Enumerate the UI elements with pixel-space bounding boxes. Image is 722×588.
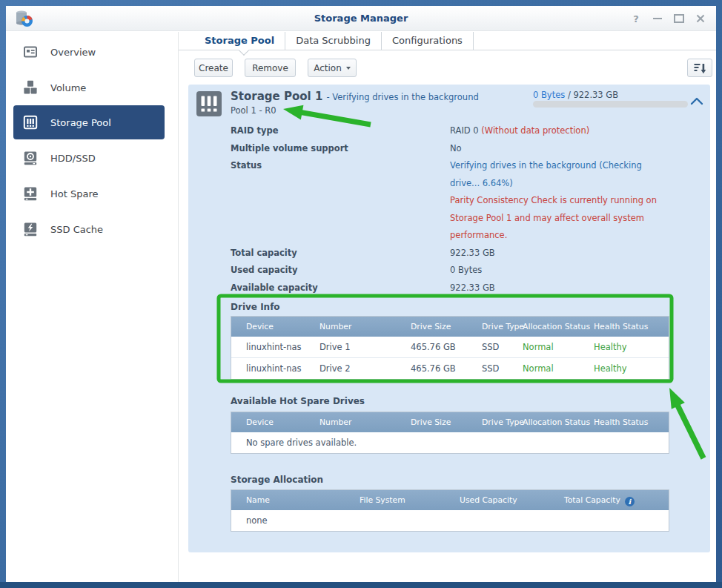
sidebar-item-label: Storage Pool	[50, 117, 111, 128]
sidebar-item-label: SSD Cache	[50, 224, 103, 235]
storage-manager-window: Storage Manager ? Overview Volume	[6, 6, 716, 582]
table-row[interactable]: linuxhint-nasDrive 2465.76 GBSSDNormalHe…	[231, 357, 669, 379]
close-icon[interactable]	[695, 13, 706, 24]
hdd-icon	[22, 150, 39, 166]
pool-usage: 0 Bytes / 922.33 GB	[533, 90, 618, 100]
sort-button[interactable]	[687, 59, 712, 77]
table-row[interactable]: linuxhint-nasDrive 1465.76 GBSSDNormalHe…	[231, 337, 669, 357]
titlebar[interactable]: Storage Manager ?	[6, 6, 716, 31]
action-button[interactable]: Action	[308, 59, 357, 77]
tab-bar: Storage Pool Data Scrubbing Configuratio…	[179, 32, 716, 50]
info-icon[interactable]: i	[625, 497, 635, 506]
tab-data-scrubbing[interactable]: Data Scrubbing	[285, 32, 382, 50]
tab-configurations[interactable]: Configurations	[382, 32, 474, 50]
hot-spare-empty-row: No spare drives available.	[231, 432, 669, 453]
sidebar-item-label: Overview	[50, 47, 96, 58]
detail-row: Used capacity0 Bytes	[231, 262, 690, 280]
pool-title: Storage Pool 1	[231, 90, 322, 103]
storage-pool-panel-icon	[196, 91, 222, 119]
tab-storage-pool[interactable]: Storage Pool	[194, 32, 285, 50]
hot-spare-icon	[22, 185, 39, 202]
sidebar-item-label: Volume	[50, 82, 86, 93]
hot-spare-header: DeviceNumberDrive SizeDrive TypeAllocati…	[231, 412, 669, 432]
storage-allocation-row: none	[231, 510, 669, 531]
window-title: Storage Manager	[6, 13, 716, 24]
storage-pool-panel: Storage Pool 1 - Verifying drives in the…	[188, 85, 710, 552]
volume-icon	[22, 79, 39, 96]
sidebar-item-label: HDD/SSD	[50, 153, 96, 164]
sidebar-item-ssd-cache[interactable]: SSD Cache	[13, 212, 165, 246]
sort-icon	[692, 61, 707, 76]
storage-allocation-title: Storage Allocation	[231, 475, 323, 485]
detail-row: StatusVerifying drives in the background…	[231, 157, 690, 245]
collapse-chevron-icon[interactable]	[689, 95, 704, 105]
drive-info-title: Drive Info	[231, 302, 280, 312]
chevron-down-icon	[346, 67, 351, 70]
sidebar-item-hdd-ssd[interactable]: HDD/SSD	[13, 141, 165, 175]
storage-allocation-table: NameFile SystemUsed CapacityTotal Capaci…	[231, 489, 669, 532]
drive-info-table: DeviceNumberDrive SizeDrive TypeAllocati…	[231, 316, 669, 380]
drive-info-header: DeviceNumberDrive SizeDrive TypeAllocati…	[231, 317, 669, 337]
sidebar-item-overview[interactable]: Overview	[13, 35, 165, 69]
storage-allocation-header: NameFile SystemUsed CapacityTotal Capaci…	[231, 490, 669, 510]
sidebar-item-label: Hot Spare	[50, 188, 99, 199]
hot-spare-title: Available Hot Spare Drives	[231, 396, 365, 406]
detail-row: Multiple volume supportNo	[231, 140, 690, 158]
sidebar: Overview Volume Storage Pool HDD/SSD Hot…	[6, 32, 178, 582]
sidebar-item-storage-pool[interactable]: Storage Pool	[13, 105, 165, 139]
sidebar-item-hot-spare[interactable]: Hot Spare	[13, 176, 165, 211]
create-button[interactable]: Create	[194, 59, 233, 77]
overview-icon	[22, 44, 39, 60]
detail-row: Total capacity922.33 GB	[231, 245, 690, 262]
ssd-cache-icon	[22, 221, 39, 237]
maximize-icon[interactable]	[674, 13, 684, 24]
detail-row: RAID typeRAID 0 (Without data protection…	[231, 122, 690, 140]
remove-button[interactable]: Remove	[245, 59, 296, 77]
storage-pool-icon	[22, 114, 39, 131]
hot-spare-table: DeviceNumberDrive SizeDrive TypeAllocati…	[231, 412, 669, 454]
usage-progress-bar	[533, 101, 688, 108]
used-bytes-link[interactable]: 0 Bytes	[533, 90, 565, 100]
help-icon[interactable]: ?	[631, 13, 641, 24]
pool-details: RAID typeRAID 0 (Without data protection…	[231, 122, 690, 297]
active-tab-pointer	[239, 45, 249, 56]
pool-subtitle: Pool 1 - R0	[231, 105, 276, 116]
sidebar-item-volume[interactable]: Volume	[13, 70, 165, 105]
pool-status-inline: - Verifying drives in the background	[326, 92, 478, 102]
minimize-icon[interactable]	[652, 13, 663, 24]
detail-row: Available capacity922.33 GB	[231, 280, 690, 297]
